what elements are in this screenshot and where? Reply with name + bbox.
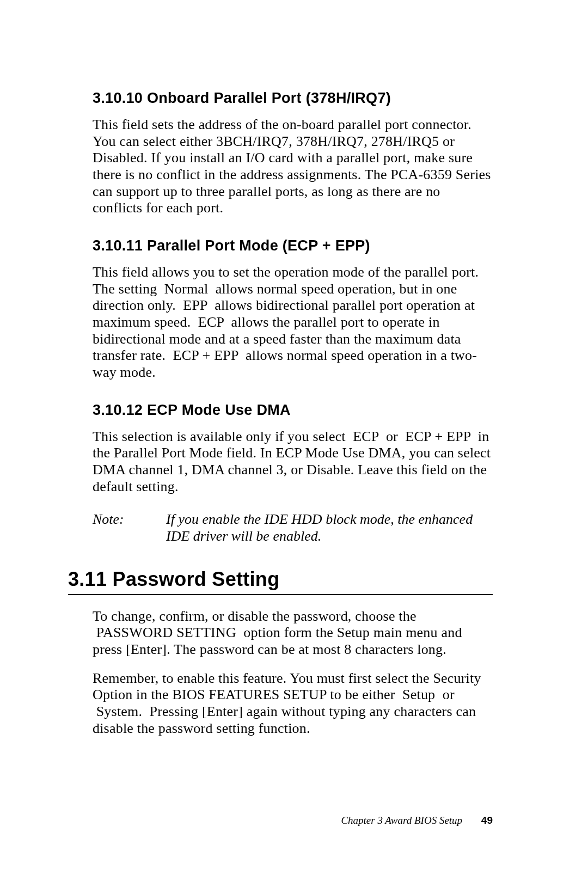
body-text-3-10-12: This selection is available only if you … xyxy=(93,429,493,495)
footer-page-number: 49 xyxy=(481,815,493,826)
footer-chapter: Chapter 3 Award BIOS Setup xyxy=(341,815,462,826)
note-text: If you enable the IDE HDD block mode, th… xyxy=(166,511,493,544)
note-block: Note: If you enable the IDE HDD block mo… xyxy=(93,511,493,544)
body-text-3-10-10: This field sets the address of the on-bo… xyxy=(93,117,493,217)
page-footer: Chapter 3 Award BIOS Setup 49 xyxy=(341,815,493,827)
note-label: Note: xyxy=(93,511,166,544)
subsection-heading-3-10-11: 3.10.11 Parallel Port Mode (ECP + EPP) xyxy=(93,237,493,254)
section-heading-3-11: 3.11 Password Setting xyxy=(68,568,493,595)
subsection-heading-3-10-12: 3.10.12 ECP Mode Use DMA xyxy=(93,402,493,419)
body-text-3-11-p1: To change, confirm, or disable the passw… xyxy=(93,608,493,658)
body-text-3-11-p2: Remember, to enable this feature. You mu… xyxy=(93,670,493,737)
subsection-heading-3-10-10: 3.10.10 Onboard Parallel Port (378H/IRQ7… xyxy=(93,90,493,107)
body-text-3-10-11: This field allows you to set the operati… xyxy=(93,264,493,381)
